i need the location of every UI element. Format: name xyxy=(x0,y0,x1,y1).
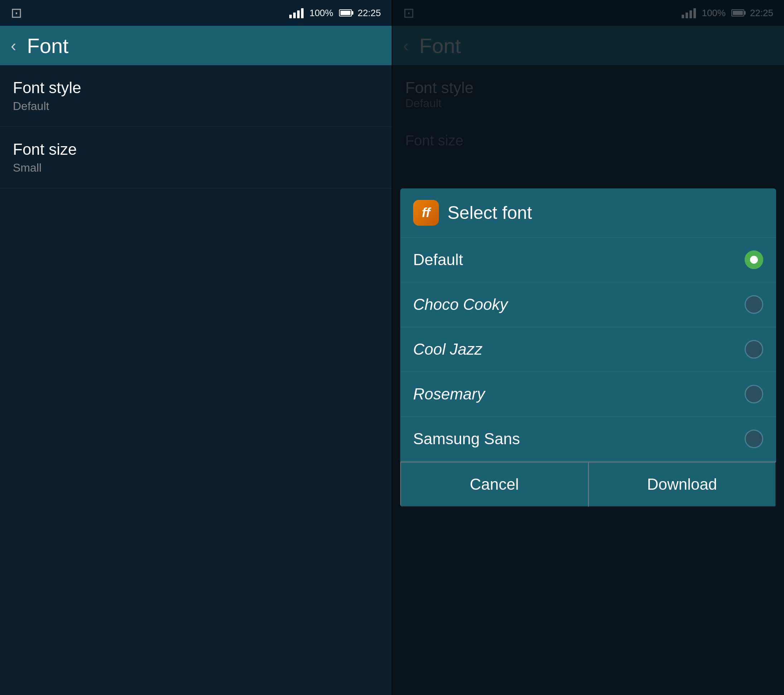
time-left: 22:25 xyxy=(357,8,381,19)
status-right-left: 100% 22:25 xyxy=(289,8,381,19)
right-screen: ⊡ 100% 22:25 ‹ Font Font style Default F… xyxy=(392,0,784,695)
status-bar-left: ⊡ 100% 22:25 xyxy=(0,0,392,26)
battery-icon-left xyxy=(339,9,352,17)
font-size-title: Font size xyxy=(13,140,379,158)
font-select-dialog-overlay: ff Select font Default Choco Cooky xyxy=(392,0,784,695)
font-option-rosemary-label: Rosemary xyxy=(413,385,485,403)
dialog-title: Select font xyxy=(448,202,532,223)
radio-choco-cooky[interactable] xyxy=(744,295,763,314)
font-option-cool-jazz-label: Cool Jazz xyxy=(413,340,482,358)
back-button-left[interactable]: ‹ xyxy=(11,37,16,54)
cancel-button[interactable]: Cancel xyxy=(400,462,588,507)
download-button[interactable]: Download xyxy=(588,462,776,507)
font-option-default[interactable]: Default xyxy=(400,238,776,282)
ff-logo-icon: ff xyxy=(413,200,439,226)
left-screen: ⊡ 100% 22:25 ‹ Font Font style Default F… xyxy=(0,0,392,695)
radio-rosemary[interactable] xyxy=(744,385,763,403)
font-option-cool-jazz[interactable]: Cool Jazz xyxy=(400,327,776,372)
page-title-left: Font xyxy=(27,34,68,58)
font-option-choco-cooky-label: Choco Cooky xyxy=(413,295,507,314)
font-option-samsung-sans-label: Samsung Sans xyxy=(413,430,520,448)
font-style-subtitle: Default xyxy=(13,100,379,113)
dialog-header: ff Select font xyxy=(400,188,776,238)
font-style-item[interactable]: Font style Default xyxy=(0,65,392,127)
settings-list-left: Font style Default Font size Small xyxy=(0,65,392,695)
font-select-dialog: ff Select font Default Choco Cooky xyxy=(400,188,776,507)
dialog-footer: Cancel Download xyxy=(400,461,776,507)
font-size-item[interactable]: Font size Small xyxy=(0,127,392,188)
radio-default-inner xyxy=(750,256,758,264)
font-size-subtitle: Small xyxy=(13,161,379,175)
battery-percent-left: 100% xyxy=(309,8,333,19)
font-option-default-label: Default xyxy=(413,251,463,269)
font-option-rosemary[interactable]: Rosemary xyxy=(400,372,776,417)
font-option-choco-cooky[interactable]: Choco Cooky xyxy=(400,282,776,327)
radio-default[interactable] xyxy=(744,251,763,269)
font-option-samsung-sans[interactable]: Samsung Sans xyxy=(400,417,776,461)
top-bar-left[interactable]: ‹ Font xyxy=(0,26,392,65)
dialog-body: Default Choco Cooky Cool Jazz xyxy=(400,238,776,461)
app-icon-left: ⊡ xyxy=(11,5,22,21)
radio-cool-jazz[interactable] xyxy=(744,340,763,358)
radio-samsung-sans[interactable] xyxy=(744,429,763,448)
font-style-title: Font style xyxy=(13,79,379,97)
signal-icon-left xyxy=(289,8,303,18)
